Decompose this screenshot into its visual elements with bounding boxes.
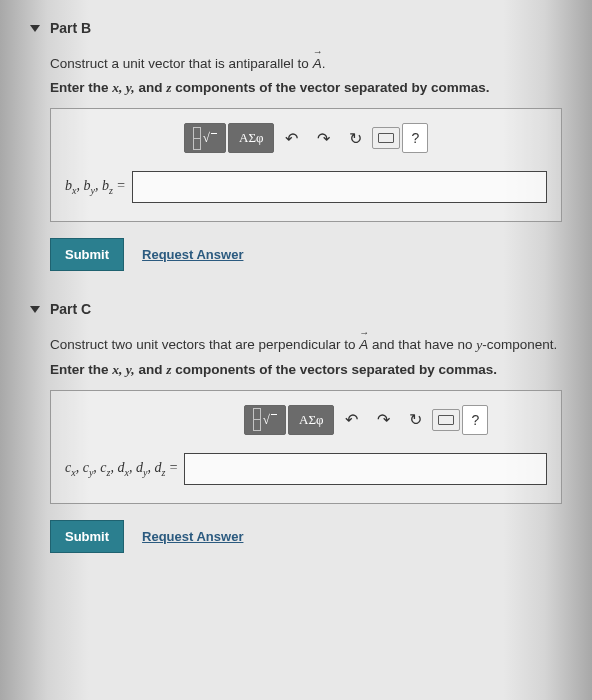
request-answer-link[interactable]: Request Answer [142, 529, 243, 544]
keyboard-icon [378, 133, 394, 143]
prompt-text: Construct two unit vectors that are perp… [50, 337, 359, 352]
instr-pre: Enter the [50, 362, 112, 377]
cz-sub: z [107, 466, 111, 477]
submit-button[interactable]: Submit [50, 238, 124, 271]
bx-sub: x [72, 185, 76, 196]
part-c-answer-box: √ ΑΣφ ↶ ↷ ↻ ? cx, cy, cz, dx, dy, dz = [50, 390, 562, 504]
keyboard-button[interactable] [372, 127, 400, 149]
undo-button[interactable]: ↶ [276, 123, 306, 153]
part-b-instruction: Enter the x, y, and z components of the … [50, 80, 562, 96]
dy: d [136, 460, 143, 475]
prompt-post: and that have no [368, 337, 476, 352]
instr-mid: and [135, 80, 167, 95]
cy-sub: y [89, 466, 93, 477]
dx-sub: x [124, 466, 128, 477]
dy-sub: y [143, 466, 147, 477]
part-c-body: Construct two unit vectors that are perp… [30, 335, 562, 552]
part-b-title: Part B [50, 20, 91, 36]
instr-post: components of the vectors separated by c… [171, 362, 497, 377]
part-b-body: Construct a unit vector that is antipara… [30, 54, 562, 271]
part-c-title: Part C [50, 301, 91, 317]
part-b-header[interactable]: Part B [30, 20, 562, 36]
greek-symbols-button[interactable]: ΑΣφ [228, 123, 274, 153]
undo-button[interactable]: ↶ [336, 405, 366, 435]
part-c-buttons: Submit Request Answer [50, 520, 562, 553]
sqrt-icon: √ [203, 130, 210, 146]
redo-button[interactable]: ↷ [308, 123, 338, 153]
by-sub: y [90, 185, 94, 196]
part-c-toolbar: √ ΑΣφ ↶ ↷ ↻ ? [65, 405, 547, 435]
prompt-end: -component. [482, 337, 557, 352]
part-b-prompt: Construct a unit vector that is antipara… [50, 54, 562, 74]
part-c-header[interactable]: Part C [30, 301, 562, 317]
caret-down-icon [30, 306, 40, 313]
part-b-buttons: Submit Request Answer [50, 238, 562, 271]
submit-button[interactable]: Submit [50, 520, 124, 553]
keyboard-icon [438, 415, 454, 425]
eq: = [165, 460, 178, 475]
math-template-button[interactable]: √ [184, 123, 227, 153]
part-b-var-label: bx, by, bz = [65, 178, 126, 196]
vector-a: A [313, 54, 322, 74]
part-c-var-label: cx, cy, cz, dx, dy, dz = [65, 460, 178, 478]
greek-symbols-button[interactable]: ΑΣφ [288, 405, 334, 435]
vector-a: A [359, 335, 368, 355]
math-template-button[interactable]: √ [244, 405, 287, 435]
bz: b [102, 178, 109, 193]
help-button[interactable]: ? [402, 123, 428, 153]
part-b-toolbar: √ ΑΣφ ↶ ↷ ↻ ? [65, 123, 547, 153]
reset-button[interactable]: ↻ [400, 405, 430, 435]
eq: = [113, 178, 126, 193]
help-button[interactable]: ? [462, 405, 488, 435]
instr-vars: x, y, [112, 80, 134, 95]
part-c-input-row: cx, cy, cz, dx, dy, dz = [65, 453, 547, 485]
part-c-prompt: Construct two unit vectors that are perp… [50, 335, 562, 355]
instr-vars: x, y, [112, 362, 134, 377]
request-answer-link[interactable]: Request Answer [142, 247, 243, 262]
keyboard-button[interactable] [432, 409, 460, 431]
part-b-answer-box: √ ΑΣφ ↶ ↷ ↻ ? bx, by, bz = [50, 108, 562, 222]
part-b-answer-input[interactable] [132, 171, 547, 203]
instr-mid: and [135, 362, 167, 377]
instr-pre: Enter the [50, 80, 112, 95]
prompt-text: Construct a unit vector that is antipara… [50, 56, 313, 71]
part-c-instruction: Enter the x, y, and z components of the … [50, 362, 562, 378]
sqrt-icon: √ [263, 412, 270, 428]
bx: b [65, 178, 72, 193]
instr-post: components of the vector separated by co… [171, 80, 489, 95]
part-b-input-row: bx, by, bz = [65, 171, 547, 203]
part-c-answer-input[interactable] [184, 453, 547, 485]
cx-sub: x [71, 466, 75, 477]
redo-button[interactable]: ↷ [368, 405, 398, 435]
caret-down-icon [30, 25, 40, 32]
reset-button[interactable]: ↻ [340, 123, 370, 153]
